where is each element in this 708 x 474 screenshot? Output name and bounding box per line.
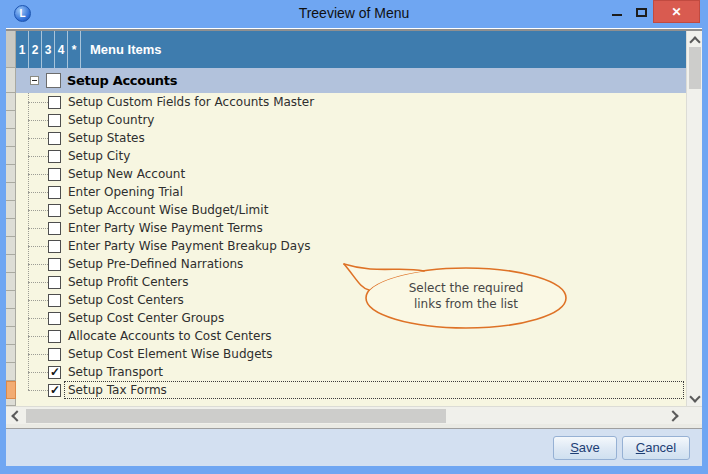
level-column-3[interactable]: 3 [42,31,55,68]
item-label: Setup City [68,149,130,163]
item-checkbox[interactable] [48,276,61,289]
focus-outline [64,381,684,399]
maximize-button[interactable] [629,0,653,23]
menu-item-list: Setup Custom Fields for Accounts Master … [6,93,686,406]
item-label: Setup Account Wise Budget/Limit [68,203,268,217]
item-checkbox[interactable] [48,96,61,109]
item-checkbox[interactable] [48,330,61,343]
treeview-dialog: L Treeview of Menu ✕ 1 2 3 4 * Menu Item… [0,0,708,474]
minimize-button[interactable] [605,0,629,23]
tree-item-row[interactable]: Enter Opening Trial [6,183,686,201]
item-label: Setup Country [68,113,154,127]
item-checkbox[interactable] [48,366,61,379]
tree-connector-line [28,318,48,319]
tree-item-row[interactable]: Setup New Account [6,165,686,183]
tree-item-row[interactable]: Setup Account Wise Budget/Limit [6,201,686,219]
callout-bubble: Select the required links from the list [336,256,580,334]
row-selector-cell [6,111,16,129]
item-checkbox[interactable] [48,222,61,235]
row-selector-cell [6,309,16,327]
tree-item-row[interactable]: Setup States [6,129,686,147]
minimize-icon [612,14,622,16]
row-selector-cell [6,237,16,255]
item-checkbox[interactable] [48,312,61,325]
tree-connector-line [28,138,48,139]
group-row-setup-accounts[interactable]: Setup Accounts [6,68,686,93]
app-icon: L [14,5,31,22]
item-label: Setup Custom Fields for Accounts Master [68,95,314,109]
item-label: Setup Profit Centers [68,275,189,289]
tree-connector-line [28,336,48,337]
save-button[interactable]: Save [553,436,617,460]
item-label: Enter Party Wise Payment Breakup Days [68,239,311,253]
empty-row [6,399,686,406]
item-checkbox[interactable] [48,240,61,253]
tree-item-row[interactable]: Setup City [6,147,686,165]
footer-bar: Save Cancel [6,428,702,466]
scroll-down-icon[interactable] [691,393,699,401]
tree-connector-line [28,156,48,157]
row-selector-cell [6,327,16,345]
level-column-1[interactable]: 1 [16,31,29,68]
cancel-button[interactable]: Cancel [622,436,690,460]
scroll-up-icon[interactable] [691,38,699,46]
row-selector-cell [6,219,16,237]
tree-connector-line [28,282,48,283]
tree-item-row[interactable]: Setup Custom Fields for Accounts Master [6,93,686,111]
level-column-all[interactable]: * [68,31,81,68]
tree-connector-line [28,300,48,301]
row-selector-cell [6,93,16,111]
item-label: Setup Pre-Defined Narrations [68,257,243,271]
row-selector-cell [6,363,16,381]
tree-item-row[interactable]: Setup Country [6,111,686,129]
tree-connector-line [28,102,48,103]
item-checkbox[interactable] [48,150,61,163]
item-label: Setup States [68,131,145,145]
tree-connector-line [28,264,48,265]
item-checkbox[interactable] [48,204,61,217]
row-selector-cell [6,129,16,147]
close-icon: ✕ [671,5,681,19]
scroll-left-icon[interactable] [13,412,21,420]
item-label: Enter Opening Trial [68,185,183,199]
group-checkbox[interactable] [46,73,61,88]
item-checkbox[interactable] [48,114,61,127]
level-column-4[interactable]: 4 [55,31,68,68]
horizontal-scroll-thumb[interactable] [26,409,446,423]
item-checkbox[interactable] [48,294,61,307]
row-selector-cell [6,201,16,219]
vertical-scrollbar[interactable] [686,31,702,406]
grid-header-row: 1 2 3 4 * Menu Items [6,31,686,68]
item-label: Setup Cost Element Wise Budgets [68,347,273,361]
item-checkbox[interactable] [48,132,61,145]
collapse-toggle-icon[interactable] [30,76,39,85]
level-column-2[interactable]: 2 [29,31,42,68]
tree-connector-line [28,228,48,229]
tree-connector-line [28,390,48,391]
item-checkbox[interactable] [48,168,61,181]
tree-item-row[interactable]: Setup Tax Forms [6,381,686,399]
tree-item-row[interactable]: Enter Party Wise Payment Breakup Days [6,237,686,255]
tree-connector-line [28,246,48,247]
vertical-scroll-thumb[interactable] [689,47,701,89]
tree-item-row[interactable]: Enter Party Wise Payment Terms [6,219,686,237]
row-selector-cell [6,291,16,309]
item-checkbox[interactable] [48,384,61,397]
item-label: Enter Party Wise Payment Terms [68,221,263,235]
row-selector-cell [6,68,16,93]
tree-item-row[interactable]: Setup Transport [6,363,686,381]
callout-text: Select the required links from the list [366,280,566,312]
horizontal-scrollbar[interactable] [6,406,702,424]
item-label: Setup Cost Center Groups [68,311,224,325]
item-checkbox[interactable] [48,186,61,199]
row-selector-cell [6,345,16,363]
group-label: Setup Accounts [67,73,177,88]
close-button[interactable]: ✕ [653,0,700,23]
item-checkbox[interactable] [48,258,61,271]
tree-item-row[interactable]: Setup Cost Element Wise Budgets [6,345,686,363]
scroll-right-icon[interactable] [669,412,677,420]
window-title: Treeview of Menu [299,5,410,21]
item-checkbox[interactable] [48,348,61,361]
row-selector-cell [6,255,16,273]
tree-connector-line [28,174,48,175]
